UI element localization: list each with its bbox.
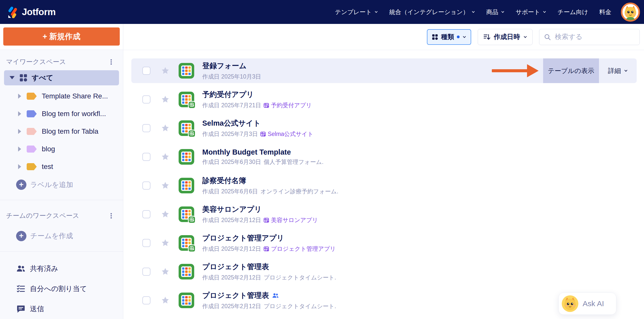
sidebar-folder-item[interactable]: Blog tem for workfl...	[0, 105, 123, 123]
table-form-icon	[179, 178, 194, 193]
star-icon[interactable]	[161, 95, 170, 104]
row-checkbox[interactable]	[142, 67, 150, 75]
star-icon[interactable]	[161, 66, 170, 75]
caret-right-icon[interactable]	[18, 129, 21, 134]
navbar-item-4[interactable]: チーム向け	[552, 8, 594, 16]
top-navbar: Jotform テンプレート 統合（インテグレーション） 商品 サポート チーム…	[0, 0, 644, 24]
row-checkbox[interactable]	[142, 182, 150, 190]
table-link-icon	[260, 131, 266, 137]
sidebar-folder-item[interactable]: Template Share Re...	[0, 87, 123, 105]
caret-right-icon[interactable]	[18, 111, 21, 116]
navbar-item-2[interactable]: 商品	[481, 8, 510, 16]
form-list-row-2[interactable]: Selma公式サイト 作成日 2025年7月3日 Selma公式サイト	[131, 116, 637, 140]
annotation-arrow	[492, 64, 539, 78]
caret-right-icon[interactable]	[18, 164, 21, 169]
form-list-row-7[interactable]: プロジェクト管理表 作成日 2025年2月12日 プロジェクトタイムシート.	[131, 259, 637, 284]
form-list-row-3[interactable]: Monthly Budget Template 作成日 2025年6月30日 個…	[131, 145, 637, 169]
add-label-button[interactable]: + ラベルを追加	[0, 176, 123, 193]
filter-active-dot	[457, 36, 460, 38]
row-checkbox[interactable]	[142, 268, 150, 276]
form-list-row-6[interactable]: プロジェクト管理アプリ 作成日 2025年2月12日 プロジェクト管理アプリ	[131, 231, 637, 255]
row-checkbox[interactable]	[142, 210, 150, 218]
star-icon[interactable]	[161, 124, 170, 132]
jotform-brand[interactable]: Jotform	[7, 6, 56, 18]
ask-ai-button[interactable]: Ask AI	[558, 293, 616, 315]
all-forms-grid-icon	[19, 74, 28, 82]
sidebar-folder-item[interactable]: blog	[0, 140, 123, 158]
team-workspace-header: チームのワークスペース	[0, 211, 123, 220]
chevron-down-icon	[374, 10, 378, 14]
jotform-logo-icon	[7, 6, 19, 18]
chevron-down-icon	[523, 35, 527, 39]
form-title[interactable]: プロジェクト管理表	[202, 291, 269, 301]
form-title[interactable]: 予約受付アプリ	[202, 90, 254, 100]
create-new-button[interactable]: + 新規作成	[3, 27, 120, 46]
brand-name: Jotform	[22, 7, 56, 17]
form-list-row-0[interactable]: 登録フォーム 作成日 2025年10月3日 テーブルの表示 詳細	[131, 58, 637, 83]
form-title[interactable]: Selma公式サイト	[202, 118, 261, 128]
row-checkbox[interactable]	[142, 153, 150, 161]
type-filter-button[interactable]: 種類	[427, 29, 471, 45]
sidebar-item-all[interactable]: すべて	[4, 70, 119, 85]
my-workspace-title: マイワークスペース	[6, 57, 66, 66]
list-toolbar: 種類 作成日時	[123, 24, 644, 50]
row-checkbox[interactable]	[142, 124, 150, 132]
navbar-item-1[interactable]: 統合（インテグレーション）	[384, 8, 481, 16]
ask-ai-label: Ask AI	[583, 299, 604, 308]
star-icon[interactable]	[161, 239, 170, 247]
navbar-item-3[interactable]: サポート	[510, 8, 552, 16]
form-title[interactable]: プロジェクト管理表	[202, 262, 269, 272]
people-icon	[16, 264, 26, 273]
star-icon[interactable]	[161, 296, 170, 305]
created-date: 作成日 2025年6月6日	[202, 188, 258, 195]
star-icon[interactable]	[161, 181, 170, 190]
navbar-menu: テンプレート 統合（インテグレーション） 商品 サポート チーム向け 料金	[329, 8, 617, 16]
form-title[interactable]: 診察受付名簿	[202, 176, 246, 186]
form-title[interactable]: Monthly Budget Template	[202, 148, 291, 156]
caret-right-icon[interactable]	[18, 147, 21, 152]
star-icon[interactable]	[161, 267, 170, 276]
create-team-button[interactable]: + チームを作成	[0, 228, 123, 244]
kebab-menu-icon[interactable]	[108, 59, 114, 65]
caret-right-icon[interactable]	[18, 94, 21, 99]
form-list-row-5[interactable]: 美容サロンアプリ 作成日 2025年2月12日 美容サロンアプリ	[131, 202, 637, 227]
row-checkbox[interactable]	[142, 296, 150, 304]
star-icon[interactable]	[161, 153, 170, 161]
linked-table-link[interactable]: プロジェクト管理アプリ	[264, 245, 336, 253]
navbar-item-0[interactable]: テンプレート	[329, 8, 384, 16]
row-checkbox[interactable]	[142, 95, 150, 103]
linked-table-link[interactable]: Selma公式サイト	[260, 130, 313, 138]
sort-button[interactable]: 作成日時	[478, 29, 533, 45]
checklist-icon	[16, 284, 26, 294]
form-list-row-4[interactable]: 診察受付名簿 作成日 2025年6月6日 オンライン診療予約フォーム.	[131, 173, 637, 198]
created-date: 作成日 2025年2月12日	[202, 274, 261, 281]
user-avatar[interactable]	[621, 3, 640, 22]
view-table-button[interactable]: テーブルの表示	[543, 58, 599, 83]
folder-icon	[27, 163, 37, 170]
sidebar-item-all-label: すべて	[32, 73, 53, 83]
linked-table-link[interactable]: 予約受付アプリ	[264, 101, 312, 109]
sidebar-folder-item[interactable]: Blog tem for Tabla	[0, 123, 123, 140]
sort-label: 作成日時	[494, 32, 520, 41]
more-button[interactable]: 詳細	[599, 58, 637, 83]
caret-down-icon[interactable]	[10, 76, 15, 79]
form-list-row-1[interactable]: 予約受付アプリ 作成日 2025年7月21日 予約受付アプリ	[131, 87, 637, 112]
app-badge-icon	[188, 130, 196, 137]
form-title[interactable]: 美容サロンアプリ	[202, 204, 262, 215]
kebab-menu-icon[interactable]	[108, 212, 114, 219]
sidebar-item-1[interactable]: 自分への割り当て	[0, 279, 123, 299]
row-checkbox[interactable]	[142, 239, 150, 247]
star-icon[interactable]	[161, 210, 170, 219]
navbar-item-5[interactable]: 料金	[594, 8, 617, 16]
sidebar-item-0[interactable]: 共有済み	[0, 259, 123, 279]
chat-icon	[16, 304, 26, 314]
shared-users-icon	[272, 292, 279, 299]
sidebar-folder-item[interactable]: test	[0, 158, 123, 175]
search-input[interactable]	[554, 33, 635, 41]
plus-icon: +	[16, 231, 26, 241]
created-date: 作成日 2025年7月3日	[202, 130, 258, 138]
form-title[interactable]: プロジェクト管理アプリ	[202, 233, 284, 243]
form-title[interactable]: 登録フォーム	[202, 61, 247, 71]
sidebar-item-2[interactable]: 送信	[0, 299, 123, 319]
linked-table-link[interactable]: 美容サロンアプリ	[264, 216, 318, 224]
